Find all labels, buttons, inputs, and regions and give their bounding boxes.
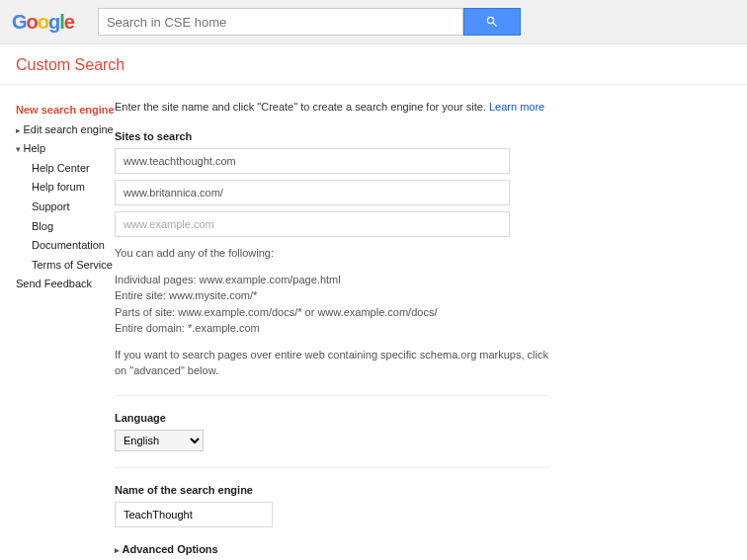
sidebar-blog[interactable]: Blog	[16, 217, 115, 237]
help-schema: If you want to search pages over entire …	[115, 347, 549, 379]
help-intro: You can add any of the following:	[115, 245, 549, 262]
site-input-2[interactable]	[115, 180, 510, 205]
sites-label: Sites to search	[115, 130, 549, 142]
search-button[interactable]	[463, 8, 521, 36]
site-input-3[interactable]	[115, 211, 510, 237]
sidebar-edit-engine[interactable]: Edit search engine	[16, 120, 115, 140]
sites-help: You can add any of the following: Indivi…	[115, 245, 549, 379]
sidebar-help-center[interactable]: Help Center	[16, 159, 115, 179]
search-form	[98, 8, 521, 36]
sidebar-send-feedback[interactable]: Send Feedback	[16, 275, 115, 294]
instruction-inline: Enter the site name and click "Create" t…	[115, 101, 489, 113]
divider-1	[115, 395, 549, 396]
top-bar: Google	[0, 0, 747, 44]
sidebar: New search engine Edit search engine Hel…	[16, 101, 115, 560]
sidebar-documentation[interactable]: Documentation	[16, 236, 115, 256]
divider-2	[115, 467, 549, 468]
sidebar-help-forum[interactable]: Help forum	[16, 178, 115, 198]
sidebar-help[interactable]: Help	[16, 139, 115, 159]
title-bar: Custom Search	[0, 44, 747, 85]
sidebar-tos[interactable]: Terms of Service	[16, 256, 115, 276]
language-label: Language	[115, 412, 549, 424]
engine-name-input[interactable]	[115, 502, 273, 527]
product-title: Custom Search	[16, 56, 731, 74]
search-input[interactable]	[98, 8, 463, 36]
advanced-options-toggle[interactable]: Advanced Options	[115, 543, 549, 555]
help-lines: Individual pages: www.example.com/page.h…	[115, 272, 549, 337]
site-input-1[interactable]	[115, 148, 510, 174]
sidebar-support[interactable]: Support	[16, 198, 115, 217]
search-icon	[485, 15, 499, 29]
main-panel: Enter the site name and click "Create" t…	[115, 101, 549, 560]
google-logo[interactable]: Google	[12, 11, 74, 34]
name-label: Name of the search engine	[115, 484, 549, 496]
sidebar-new-engine[interactable]: New search engine	[16, 101, 115, 120]
language-select[interactable]: English	[115, 430, 204, 451]
learn-more-link[interactable]: Learn more	[489, 101, 544, 113]
instruction-text: Enter the site name and click "Create" t…	[115, 101, 549, 113]
